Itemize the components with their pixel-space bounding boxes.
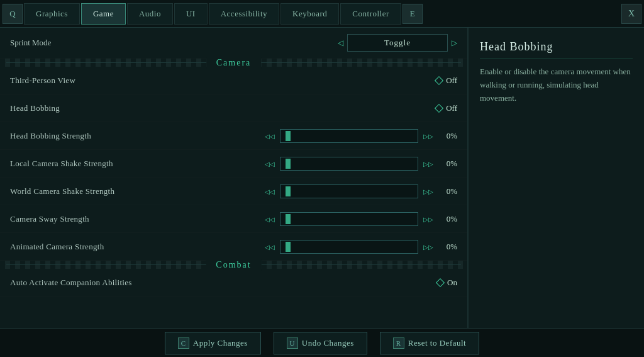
section-line-right bbox=[234, 264, 462, 265]
auto-activate-value: On bbox=[447, 278, 457, 288]
reset-label: Reset to Default bbox=[408, 338, 466, 348]
slider-right-icon[interactable] bbox=[423, 242, 433, 252]
slider-track[interactable] bbox=[280, 129, 418, 143]
slider-thumb bbox=[286, 242, 291, 252]
slider-track[interactable] bbox=[280, 212, 418, 226]
head-bobbing-strength-label: Head Bobbing Strength bbox=[10, 131, 265, 141]
slider-track[interactable] bbox=[280, 157, 418, 171]
sprint-mode-row: Sprint Mode Toggle bbox=[0, 28, 467, 59]
sprint-mode-label: Sprint Mode bbox=[10, 38, 338, 48]
world-camera-shake-label: World Camera Shake Strength bbox=[10, 186, 265, 196]
animated-camera-row: Animated Camera Strength 0% bbox=[0, 233, 467, 261]
head-bobbing-strength-control[interactable]: 0% bbox=[265, 129, 457, 143]
slider-right-icon[interactable] bbox=[423, 131, 433, 141]
animated-camera-label: Animated Camera Strength bbox=[10, 242, 265, 252]
sprint-next-icon[interactable] bbox=[452, 38, 457, 48]
animated-camera-control[interactable]: 0% bbox=[265, 240, 457, 254]
head-bobbing-strength-row: Head Bobbing Strength 0% bbox=[0, 122, 467, 150]
head-bobbing-control[interactable]: Off bbox=[436, 103, 457, 113]
help-title: Head Bobbing bbox=[480, 40, 633, 59]
tab-accessibility[interactable]: Accessibility bbox=[209, 3, 279, 25]
camera-section-header: Camera bbox=[0, 59, 467, 67]
slider-right-icon[interactable] bbox=[423, 186, 433, 196]
section-line-left bbox=[6, 62, 234, 63]
help-description: Enable or disable the camera movement wh… bbox=[480, 65, 633, 105]
auto-activate-control[interactable]: On bbox=[437, 278, 457, 288]
local-camera-shake-row: Local Camera Shake Strength 0% bbox=[0, 150, 467, 178]
third-person-control[interactable]: Off bbox=[436, 76, 457, 86]
apply-key: C bbox=[178, 337, 189, 349]
head-bobbing-row: Head Bobbing Off bbox=[0, 94, 467, 122]
slider-left-icon[interactable] bbox=[265, 159, 275, 169]
slider-value: 0% bbox=[438, 159, 457, 169]
auto-activate-row: Auto Activate Companion Abilities On bbox=[0, 269, 467, 297]
camera-section-label: Camera bbox=[206, 57, 262, 69]
apply-label: Apply Changes bbox=[193, 338, 248, 348]
tab-graphics[interactable]: Graphics bbox=[24, 3, 80, 25]
third-person-diamond-icon bbox=[435, 76, 443, 84]
help-panel: Head Bobbing Enable or disable the camer… bbox=[468, 28, 644, 328]
local-camera-shake-label: Local Camera Shake Strength bbox=[10, 159, 265, 169]
slider-value: 0% bbox=[438, 242, 457, 252]
slider-left-icon[interactable] bbox=[265, 131, 275, 141]
undo-changes-button[interactable]: U Undo Changes bbox=[274, 332, 367, 354]
tab-ui[interactable]: UI bbox=[174, 3, 208, 25]
slider-thumb bbox=[286, 186, 291, 196]
local-camera-shake-control[interactable]: 0% bbox=[265, 157, 457, 171]
undo-key: U bbox=[287, 337, 298, 349]
apply-changes-button[interactable]: C Apply Changes bbox=[165, 332, 261, 354]
tab-controller[interactable]: Controller bbox=[340, 3, 401, 25]
camera-sway-label: Camera Sway Strength bbox=[10, 214, 265, 224]
auto-activate-label: Auto Activate Companion Abilities bbox=[10, 278, 437, 288]
section-line-right bbox=[234, 62, 462, 63]
tab-audio[interactable]: Audio bbox=[127, 3, 173, 25]
third-person-value: Off bbox=[446, 76, 457, 86]
head-bobbing-label: Head Bobbing bbox=[10, 103, 436, 113]
bottom-bar: C Apply Changes U Undo Changes R Reset t… bbox=[0, 328, 644, 357]
head-bobbing-value: Off bbox=[446, 103, 457, 113]
world-camera-shake-control[interactable]: 0% bbox=[265, 184, 457, 198]
settings-panel: Sprint Mode Toggle Camera Third-Person V… bbox=[0, 28, 468, 328]
reset-default-button[interactable]: R Reset to Default bbox=[380, 332, 479, 354]
camera-sway-row: Camera Sway Strength 0% bbox=[0, 205, 467, 233]
sprint-mode-control[interactable]: Toggle bbox=[338, 34, 457, 52]
slider-value: 0% bbox=[438, 186, 457, 196]
camera-sway-control[interactable]: 0% bbox=[265, 212, 457, 226]
auto-activate-diamond-icon bbox=[436, 278, 445, 286]
slider-track[interactable] bbox=[280, 184, 418, 198]
slider-thumb bbox=[286, 131, 291, 141]
head-bobbing-diamond-icon bbox=[435, 103, 443, 112]
close-button[interactable]: X bbox=[621, 4, 641, 24]
combat-section-header: Combat bbox=[0, 261, 467, 269]
reset-key: R bbox=[393, 337, 404, 349]
slider-left-icon[interactable] bbox=[265, 242, 275, 252]
tab-game[interactable]: Game bbox=[81, 3, 126, 25]
slider-value: 0% bbox=[438, 214, 457, 224]
main-area: Sprint Mode Toggle Camera Third-Person V… bbox=[0, 28, 644, 328]
undo-label: Undo Changes bbox=[302, 338, 354, 348]
section-line-left bbox=[6, 264, 234, 265]
slider-track[interactable] bbox=[280, 240, 418, 254]
slider-thumb bbox=[286, 214, 291, 224]
top-nav: Q Graphics Game Audio UI Accessibility K… bbox=[0, 0, 644, 28]
slider-right-icon[interactable] bbox=[423, 159, 433, 169]
nav-right-key[interactable]: E bbox=[402, 4, 423, 24]
slider-left-icon[interactable] bbox=[265, 186, 275, 196]
third-person-label: Third-Person View bbox=[10, 76, 436, 86]
slider-left-icon[interactable] bbox=[265, 214, 275, 224]
sprint-prev-icon[interactable] bbox=[338, 38, 343, 48]
slider-value: 0% bbox=[438, 131, 457, 141]
slider-thumb bbox=[286, 159, 291, 169]
nav-left-key[interactable]: Q bbox=[3, 4, 23, 24]
tab-keyboard[interactable]: Keyboard bbox=[280, 3, 339, 25]
world-camera-shake-row: World Camera Shake Strength 0% bbox=[0, 178, 467, 205]
sprint-value: Toggle bbox=[347, 34, 448, 52]
combat-section-label: Combat bbox=[206, 259, 261, 271]
third-person-row: Third-Person View Off bbox=[0, 67, 467, 94]
slider-right-icon[interactable] bbox=[423, 214, 433, 224]
